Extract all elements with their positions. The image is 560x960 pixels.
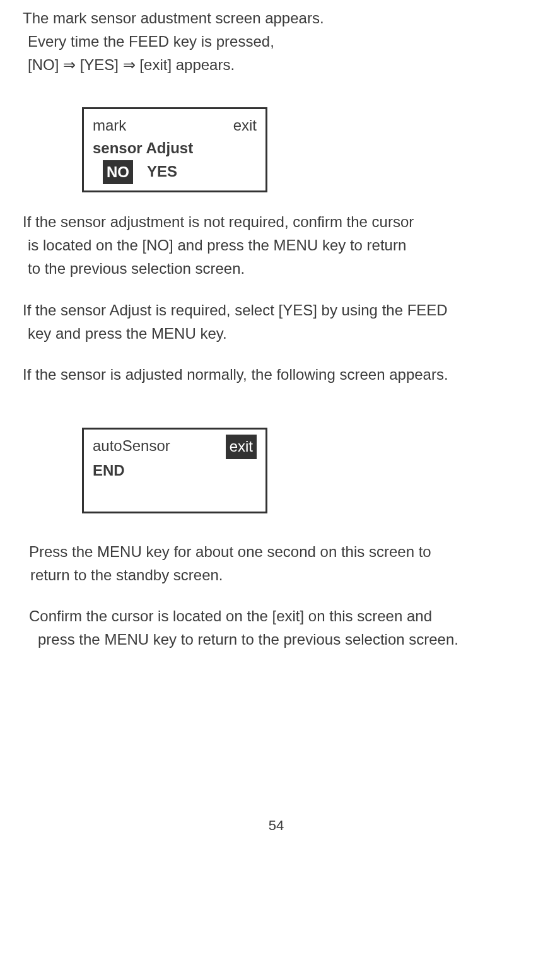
lcd1-mid: sensor Adjust [93, 137, 257, 160]
lcd2-top-right: exit [226, 435, 257, 459]
note-marker: ※ [11, 604, 29, 628]
bullet-2-line1: Press the MENU key for about one second … [29, 543, 431, 560]
lcd1-top-right: exit [233, 114, 257, 137]
step-2-marker: ② [5, 6, 23, 30]
step-2: ②The mark sensor adustment screen appear… [5, 6, 547, 77]
lcd2-top-left: autoSensor [93, 435, 170, 459]
bullet-1-line1: If the sensor is adjusted normally, the … [23, 366, 448, 383]
lcd-autosensor-end: autoSensor exit END [82, 428, 267, 513]
step-3-marker: ③ [5, 210, 23, 233]
step-3-line3: to the previous selection screen. [5, 257, 547, 280]
step-4-marker: ④ [5, 298, 23, 322]
bullet-2: ●Press the MENU key for about one second… [5, 540, 547, 587]
step-2-line1: The mark sensor adustment screen appears… [23, 9, 324, 26]
bullet-2-marker: ● [11, 540, 29, 563]
page-number: 54 [5, 815, 547, 836]
bullet-1: ●If the sensor is adjusted normally, the… [5, 363, 547, 386]
step-2-line3: [NO] ⇒ [YES] ⇒ [exit] appears. [5, 53, 547, 76]
lcd2-mid: END [93, 459, 257, 482]
bullet-1-marker: ● [5, 363, 23, 386]
note-line1: Confirm the cursor is located on the [ex… [29, 607, 432, 624]
step-4-line2: key and press the MENU key. [5, 322, 547, 345]
note: ※Confirm the cursor is located on the [e… [5, 604, 547, 651]
step-4: ④If the sensor Adjust is required, selec… [5, 298, 547, 345]
lcd1-yes: YES [147, 160, 177, 184]
step-3-line1: If the sensor adjustment is not required… [23, 213, 414, 230]
step-3: ③If the sensor adjustment is not require… [5, 210, 547, 281]
bullet-2-line2: return to the standby screen. [11, 563, 547, 587]
step-4-line1: If the sensor Adjust is required, select… [23, 301, 448, 319]
lcd1-top-left: mark [93, 114, 126, 137]
step-2-line2: Every time the FEED key is pressed, [5, 30, 547, 53]
step-3-line2: is located on the [NO] and press the MEN… [5, 233, 547, 257]
note-line2: press the MENU key to return to the prev… [11, 628, 547, 651]
lcd1-no: NO [103, 160, 133, 184]
lcd-sensor-adjust: mark exit sensor Adjust NO YES [82, 107, 267, 192]
